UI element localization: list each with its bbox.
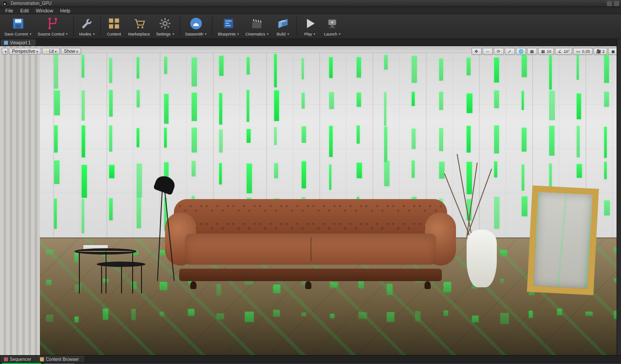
angle-snap-button[interactable]: ∠ 10° xyxy=(555,48,573,55)
save-label: Save Current xyxy=(4,32,31,36)
play-label: Play xyxy=(304,32,316,36)
svg-rect-2 xyxy=(15,19,21,23)
rotate-icon: ⟳ xyxy=(496,49,501,54)
menu-file[interactable]: File xyxy=(2,8,17,14)
surface-snap-button[interactable]: ▦ xyxy=(527,48,537,55)
scale-snap-button[interactable]: ▭ 0.25 xyxy=(573,48,593,55)
level-viewport[interactable]: Perspective Lit Show ✥ ↔ ⟳ ⤢ 🌐 ▦ ▦ 10 ∠ … xyxy=(0,46,621,355)
svg-point-12 xyxy=(141,27,143,28)
add-import-button[interactable]: ＋ Add/Import ▾ xyxy=(2,363,41,364)
gear-icon xyxy=(158,16,172,31)
divider xyxy=(212,17,212,36)
svg-rect-7 xyxy=(109,19,114,23)
menu-edit[interactable]: Edit xyxy=(17,8,32,14)
svg-point-11 xyxy=(137,27,139,28)
camera-speed-value: 2 xyxy=(602,49,605,54)
build-label: Build xyxy=(277,32,289,36)
gizmo-rotate-button[interactable]: ⟳ xyxy=(494,48,504,55)
lit-label: Lit xyxy=(49,49,54,54)
svg-rect-16 xyxy=(225,20,232,22)
svg-rect-10 xyxy=(115,24,119,29)
svg-point-6 xyxy=(55,18,57,20)
show-button[interactable]: Show xyxy=(61,48,81,55)
move-icon: ↔ xyxy=(485,49,490,54)
sysmenu-icon[interactable] xyxy=(607,1,612,6)
tab-sequencer[interactable]: Sequencer xyxy=(1,356,36,362)
launch-button[interactable]: Launch xyxy=(322,15,344,38)
svg-rect-21 xyxy=(331,25,334,27)
blueprints-label: Blueprints xyxy=(218,32,239,36)
blueprints-icon xyxy=(221,16,236,31)
launch-label: Launch xyxy=(324,32,341,36)
main-toolbar: Save Current Source Control Modes Conten… xyxy=(0,14,621,39)
camera-icon: 🎥 xyxy=(596,49,601,54)
grid-snap-button[interactable]: ▦ 10 xyxy=(538,48,554,55)
scale-icon: ⤢ xyxy=(507,49,512,54)
lit-mode-button[interactable]: Lit xyxy=(42,48,60,55)
blueprints-button[interactable]: Blueprints xyxy=(215,15,242,38)
sofa xyxy=(174,199,447,281)
tab-content-browser[interactable]: Content Browser xyxy=(37,356,83,362)
angle-snap-value: 10° xyxy=(564,49,570,54)
perspective-button[interactable]: Perspective xyxy=(9,48,41,55)
source-label: Source Control xyxy=(38,32,68,36)
gizmo-scale-button[interactable]: ⤢ xyxy=(505,48,515,55)
svg-point-5 xyxy=(48,27,51,29)
camera-speed-button[interactable]: 🎥 2 xyxy=(593,48,607,55)
scale-snap-value: 0.25 xyxy=(582,49,590,54)
marketplace-button[interactable]: Marketplace xyxy=(126,15,153,38)
datasmith-label: Datasmith xyxy=(185,32,207,36)
floppy-icon xyxy=(11,16,25,31)
perspective-label: Perspective xyxy=(12,49,35,54)
grid-icon xyxy=(107,16,121,31)
clapper-icon xyxy=(250,16,264,31)
menu-bar: File Edit Window Help xyxy=(0,7,621,14)
branch-icon xyxy=(46,16,60,31)
modes-label: Modes xyxy=(79,32,95,36)
globe-icon: 🌐 xyxy=(519,49,523,54)
coordinate-space-button[interactable]: 🌐 xyxy=(516,48,526,55)
unreal-logo-icon xyxy=(2,0,8,7)
svg-rect-17 xyxy=(225,23,229,24)
svg-rect-18 xyxy=(225,25,231,27)
tab-viewport-1[interactable]: Viewport 1 xyxy=(1,39,35,46)
play-button[interactable]: Play xyxy=(299,15,321,38)
menu-help[interactable]: Help xyxy=(57,8,74,14)
marketplace-label: Marketplace xyxy=(128,32,150,36)
bottom-panel-tabs: Sequencer Content Browser xyxy=(0,355,621,362)
wrench-icon xyxy=(80,16,94,31)
settings-button[interactable]: Settings xyxy=(153,15,177,38)
viewport-options-button[interactable] xyxy=(2,48,8,55)
divider xyxy=(73,17,74,36)
content-button[interactable]: Content xyxy=(103,15,125,38)
titlebar-controls xyxy=(607,1,619,6)
content-browser-toolbar: ＋ Add/Import ▾ Save All ◂ ▸ Content GPUL… xyxy=(0,362,621,364)
mirror xyxy=(527,185,599,295)
scene-render xyxy=(0,46,621,355)
viewport-tabs: Viewport 1 xyxy=(0,39,621,46)
maximize-icon: ▣ xyxy=(611,49,616,54)
cart-icon xyxy=(132,16,146,31)
divider xyxy=(100,17,101,36)
cursor-icon: ✥ xyxy=(474,49,479,54)
menu-window[interactable]: Window xyxy=(32,8,57,14)
build-icon xyxy=(276,16,290,31)
build-button[interactable]: Build xyxy=(272,15,294,38)
content-browser-icon xyxy=(40,357,44,361)
window-title: Demonstration_GPU xyxy=(11,1,51,6)
sysmenu-icon[interactable] xyxy=(614,1,619,6)
divider xyxy=(180,17,180,36)
modes-button[interactable]: Modes xyxy=(76,15,98,38)
launch-icon xyxy=(325,16,339,31)
source-control-button[interactable]: Source Control xyxy=(35,15,71,38)
gizmo-select-button[interactable]: ✥ xyxy=(472,48,482,55)
cinematics-label: Cinematics xyxy=(245,32,269,36)
gizmo-move-button[interactable]: ↔ xyxy=(483,48,493,55)
datasmith-button[interactable]: Datasmith xyxy=(183,15,210,38)
cinematics-button[interactable]: Cinematics xyxy=(243,15,271,38)
settings-label: Settings xyxy=(156,32,174,36)
right-panel-collapsed[interactable] xyxy=(617,39,621,355)
grid-icon: ▦ xyxy=(541,49,546,54)
save-current-button[interactable]: Save Current xyxy=(2,15,34,38)
sequencer-label: Sequencer xyxy=(10,357,31,362)
